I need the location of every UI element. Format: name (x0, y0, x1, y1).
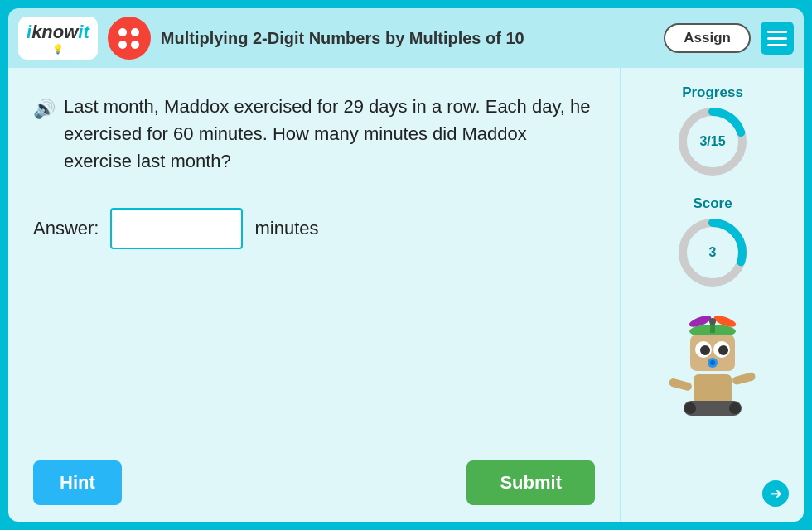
svg-rect-20 (668, 378, 693, 392)
progress-donut: 3/15 (675, 104, 750, 179)
bottom-bar: Hint Submit (33, 460, 595, 505)
answer-label: Answer: (33, 218, 99, 239)
main-content: 🔊 Last month, Maddox exercised for 29 da… (8, 68, 804, 522)
header: iknowit 💡 Multiplying 2-Digit Numbers by… (8, 8, 804, 68)
question-text: 🔊 Last month, Maddox exercised for 29 da… (33, 93, 595, 175)
dice-dot (131, 41, 139, 49)
question-area: 🔊 Last month, Maddox exercised for 29 da… (33, 93, 595, 444)
progress-label: Progress (682, 84, 743, 101)
dice-dot (131, 28, 139, 36)
next-arrow-icon: ➔ (770, 484, 782, 503)
svg-point-13 (718, 345, 728, 355)
answer-input[interactable] (110, 208, 243, 249)
score-label: Score (693, 195, 732, 212)
progress-section: Progress 3/15 (675, 84, 750, 179)
svg-point-18 (684, 402, 696, 414)
robot-svg (659, 306, 766, 439)
svg-rect-21 (732, 372, 756, 386)
score-section: Score 3 (675, 195, 750, 290)
svg-point-19 (729, 402, 741, 414)
right-panel-wrapper: Progress 3/15 Score (621, 68, 804, 522)
assign-button[interactable]: Assign (664, 23, 751, 53)
hamburger-line (767, 31, 787, 33)
logo: iknowit 💡 (18, 17, 98, 60)
logo-text: iknowit (27, 22, 89, 43)
sound-icon[interactable]: 🔊 (33, 95, 56, 123)
right-panel: Progress 3/15 Score (621, 68, 804, 467)
svg-point-8 (709, 318, 716, 325)
next-arrow-button[interactable]: ➔ (762, 480, 789, 507)
answer-unit: minutes (254, 218, 318, 239)
logo-bulb-icon: 💡 (52, 44, 64, 55)
hamburger-line (767, 37, 787, 40)
hamburger-menu-button[interactable] (761, 22, 794, 55)
dice-dot (118, 41, 127, 49)
robot-character (659, 306, 766, 442)
lesson-title: Multiplying 2-Digit Numbers by Multiples… (161, 29, 655, 48)
dice-icon (108, 17, 151, 60)
submit-button[interactable]: Submit (466, 460, 595, 505)
svg-point-12 (700, 345, 710, 355)
left-panel: 🔊 Last month, Maddox exercised for 29 da… (8, 68, 621, 522)
dice-dot (118, 28, 127, 36)
score-text: 3 (709, 245, 717, 260)
answer-row: Answer: minutes (33, 208, 595, 249)
dice-dots (114, 23, 144, 54)
question-body: Last month, Maddox exercised for 29 days… (64, 93, 595, 175)
hint-button[interactable]: Hint (33, 460, 122, 505)
hamburger-line (767, 44, 787, 46)
score-donut: 3 (675, 215, 750, 290)
logo-know: know (31, 22, 78, 42)
app-wrapper: iknowit 💡 Multiplying 2-Digit Numbers by… (0, 0, 812, 530)
progress-text: 3/15 (699, 134, 725, 149)
logo-it: it (78, 22, 89, 42)
robot-character-area (659, 306, 766, 450)
svg-point-15 (710, 360, 715, 365)
